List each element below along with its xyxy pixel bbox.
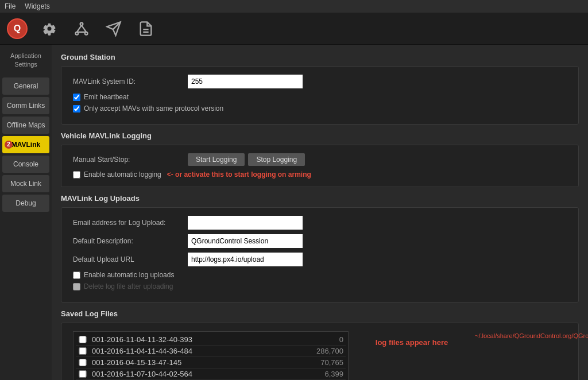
log-file-size: 286,700	[303, 347, 343, 355]
log-table-row: 001-2016-04-15-13-47-14570,765	[76, 357, 346, 369]
sidebar-item-offline-maps[interactable]: Offline Maps	[2, 117, 49, 134]
log-table-row: 001-2016-11-04-11-32-40-3930	[76, 334, 346, 346]
stop-logging-button[interactable]: Stop Logging	[248, 153, 305, 166]
auto-logging-hint: <- or activate this to start logging on …	[167, 170, 311, 179]
waypoint-icon	[74, 21, 90, 37]
email-label: Email address for Log Upload:	[73, 219, 188, 227]
enable-auto-uploads-label: Enable automatic log uploads	[84, 271, 174, 279]
sidebar-item-console[interactable]: Console	[2, 156, 49, 173]
log-row-checkbox[interactable]	[78, 347, 87, 355]
send-icon	[106, 21, 122, 37]
log-file-size: 70,765	[303, 358, 343, 367]
default-url-label: Default Upload URL	[73, 255, 188, 263]
log-file-name: 001-2016-04-15-13-47-145	[92, 358, 303, 367]
enable-auto-uploads-row: Enable automatic log uploads	[73, 271, 567, 279]
main-layout: Application Settings General Comm Links …	[0, 45, 588, 380]
enable-auto-logging-row: Enable automatic logging	[73, 170, 161, 179]
log-table-row: 001-2016-11-04-11-44-36-484286,700	[76, 346, 346, 357]
saved-log-files-section: 001-2016-11-04-11-32-40-3930001-2016-11-…	[61, 323, 579, 380]
sidebar-item-general[interactable]: General	[2, 77, 49, 95]
log-appear-hint: log files appear here	[354, 331, 469, 354]
ground-station-header: Ground Station	[61, 53, 579, 61]
sidebar-item-debug[interactable]: Debug	[2, 195, 49, 212]
default-url-row: Default Upload URL	[73, 253, 567, 266]
email-row: Email address for Log Upload:	[73, 216, 567, 230]
log-file-size: 6,399	[303, 370, 343, 378]
svg-line-3	[77, 25, 82, 32]
email-input[interactable]	[188, 216, 303, 230]
log-file-size: 0	[303, 335, 343, 344]
logo-button[interactable]: Q	[6, 17, 29, 40]
svg-line-4	[82, 25, 86, 32]
log-row-checkbox[interactable]	[78, 370, 87, 378]
log-row-checkbox[interactable]	[78, 359, 87, 366]
emit-heartbeat-label: Emit heartbeat	[84, 93, 129, 101]
sidebar-item-comm-links[interactable]: Comm Links	[2, 97, 49, 114]
default-desc-label: Default Description:	[73, 237, 188, 245]
only-accept-label: Only accept MAVs with same protocol vers…	[84, 104, 223, 113]
toolbar: Q	[0, 13, 588, 45]
manual-start-stop-row: Manual Start/Stop: Start Logging Stop Lo…	[73, 153, 567, 166]
log-file-name: 001-2016-11-04-11-44-36-484	[92, 347, 303, 355]
only-accept-row: Only accept MAVs with same protocol vers…	[73, 104, 567, 113]
emit-heartbeat-row: Emit heartbeat	[73, 93, 567, 101]
send-button[interactable]	[102, 17, 125, 40]
sidebar: Application Settings General Comm Links …	[0, 45, 52, 380]
sidebar-item-mock-link[interactable]: Mock Link	[2, 175, 49, 192]
enable-auto-uploads-checkbox[interactable]	[73, 272, 80, 279]
mavlink-id-label: MAVLink System ID:	[73, 77, 188, 86]
start-logging-button[interactable]: Start Logging	[188, 153, 245, 166]
sidebar-header: Application Settings	[0, 49, 52, 76]
enable-auto-logging-checkbox[interactable]	[73, 171, 80, 179]
log-files-table: 001-2016-11-04-11-32-40-3930001-2016-11-…	[73, 331, 349, 380]
log-uploads-header: MAVLink Log Uploads	[61, 194, 579, 203]
sidebar-item-mavlink[interactable]: 2 MAVLink	[2, 136, 49, 153]
default-desc-row: Default Description:	[73, 234, 567, 248]
delete-after-row: Delete log file after uploading	[73, 282, 567, 290]
delete-after-label: Delete log file after uploading	[84, 282, 173, 290]
logo-icon: Q	[7, 18, 28, 39]
document-button[interactable]	[134, 17, 157, 40]
log-uploads-section: Email address for Log Upload: Default De…	[61, 207, 579, 303]
saved-log-files-header: Saved Log Files	[61, 309, 579, 318]
log-path-hint: ~/.local/share/QGroundControl.org/QGroun…	[475, 331, 567, 341]
waypoint-button[interactable]	[70, 17, 93, 40]
log-file-name: 001-2016-11-04-11-32-40-393	[92, 335, 303, 344]
log-files-container: 001-2016-11-04-11-32-40-3930001-2016-11-…	[73, 331, 567, 380]
only-accept-checkbox[interactable]	[73, 105, 80, 113]
default-url-input[interactable]	[188, 253, 303, 266]
vehicle-logging-header: Vehicle MAVLink Logging	[61, 131, 579, 140]
content-area: Ground Station MAVLink System ID: Emit h…	[52, 45, 588, 380]
emit-heartbeat-checkbox[interactable]	[73, 94, 80, 101]
log-row-checkbox[interactable]	[78, 336, 87, 343]
gear-button[interactable]	[38, 17, 61, 40]
ground-station-section: MAVLink System ID: Emit heartbeat Only a…	[61, 66, 579, 125]
mavlink-id-row: MAVLink System ID:	[73, 75, 567, 88]
svg-point-1	[80, 22, 83, 25]
menu-widgets[interactable]: Widgets	[25, 2, 49, 10]
menu-bar: File Widgets	[0, 0, 588, 13]
document-icon	[138, 21, 154, 37]
sidebar-item-mavlink-label: MAVLink	[11, 141, 40, 149]
log-table-row: 001-2016-11-07-10-44-02-5646,399	[76, 369, 346, 380]
delete-after-checkbox[interactable]	[73, 283, 80, 290]
mavlink-id-input[interactable]	[188, 75, 303, 88]
manual-start-stop-label: Manual Start/Stop:	[73, 156, 188, 164]
menu-file[interactable]: File	[5, 2, 16, 10]
log-file-name: 001-2016-11-07-10-44-02-564	[92, 370, 303, 378]
enable-auto-logging-label: Enable automatic logging	[84, 170, 161, 179]
default-desc-input[interactable]	[188, 234, 303, 248]
gear-icon	[41, 21, 57, 37]
vehicle-logging-section: Manual Start/Stop: Start Logging Stop Lo…	[61, 145, 579, 187]
mavlink-badge: 2	[5, 141, 13, 149]
